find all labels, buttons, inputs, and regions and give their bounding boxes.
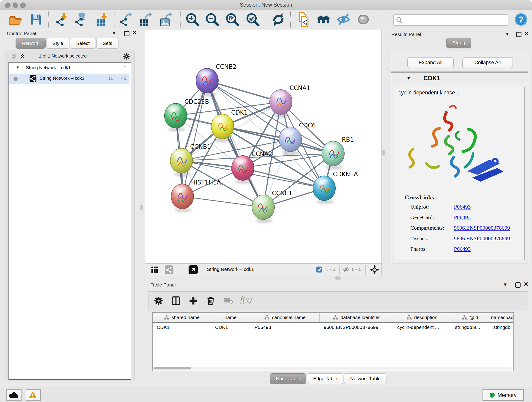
export-network-icon[interactable] (119, 12, 133, 27)
clone-network-icon[interactable] (296, 12, 311, 27)
table-panel-float-icon[interactable] (515, 282, 520, 288)
tab-network-table[interactable]: Network Table (344, 373, 387, 384)
node-label: CDKN1A (333, 171, 358, 178)
crosslink-link[interactable]: P06493 (454, 214, 471, 220)
tab-sets[interactable]: Sets (96, 38, 119, 49)
export-table-icon[interactable] (139, 12, 153, 27)
memory-button[interactable]: Memory (482, 389, 524, 401)
open-in-new-window-icon[interactable] (189, 265, 198, 274)
table-settings-gear-icon[interactable] (153, 296, 165, 307)
apply-preferred-layout-icon[interactable] (271, 12, 286, 27)
network-view-title: String Network – cdk1 (207, 267, 254, 272)
tab-network[interactable]: Network (16, 38, 46, 49)
results-buttons-box: Expand All Collapse All (391, 53, 528, 72)
table-panel-menu-icon[interactable]: ▾ (504, 282, 507, 287)
toolbar-separator (48, 12, 49, 27)
import-network-file-icon[interactable] (55, 12, 70, 27)
delete-column-trash-icon[interactable] (206, 296, 217, 307)
crosslink-link[interactable]: P06493 (454, 204, 471, 210)
column-header-name[interactable]: name (211, 313, 250, 322)
network-options-gear-icon[interactable] (123, 52, 130, 61)
delete-table-icon[interactable] (224, 296, 235, 307)
left-splitter-handle[interactable] (140, 204, 143, 211)
right-splitter-handle[interactable] (382, 150, 385, 156)
tab-select[interactable]: Select (70, 38, 96, 49)
tab-node-table[interactable]: Node Table (270, 373, 306, 384)
table-row[interactable]: CDK1CDK1P064939606.ENSP00000378699cyclin… (152, 322, 513, 332)
results-panel-menu-icon[interactable]: ▾ (506, 31, 509, 37)
network-node-CDKN1A[interactable] (313, 176, 336, 204)
tab-style[interactable]: Style (46, 38, 70, 49)
control-panel-menu-icon[interactable]: ▾ (113, 30, 115, 36)
results-panel-float-icon[interactable] (516, 32, 521, 38)
network-edge[interactable] (182, 196, 263, 207)
hide-eye-icon[interactable] (336, 12, 351, 27)
network-node-CCNB1[interactable] (170, 148, 193, 177)
table-cell[interactable]: stringdb (489, 322, 513, 332)
zoom-selected-icon[interactable] (245, 12, 260, 27)
bird-eye-navigator-icon[interactable] (370, 265, 379, 275)
selected-checkbox-icon[interactable] (317, 267, 322, 273)
export-image-icon[interactable] (159, 12, 174, 27)
table-cell[interactable]: 9606.ENSP00000378699 (320, 322, 393, 332)
column-header-namespac[interactable]: namespac (489, 313, 513, 322)
network-row[interactable]: String Network – cdk1 11 48 (9, 74, 129, 84)
table-horizontal-scrollbar[interactable] (153, 367, 512, 370)
column-header-description[interactable]: description (393, 313, 451, 322)
crosslink-link[interactable]: P06493 (454, 246, 471, 252)
network-node-RB1[interactable] (322, 141, 344, 169)
network-collection-row[interactable]: ▼ String Network – cdk1 1 (9, 63, 129, 74)
tab-edge-table[interactable]: Edge Table (307, 373, 343, 384)
cloud-status-button[interactable] (6, 389, 22, 401)
results-panel-close-icon[interactable]: ✕ (524, 31, 529, 36)
open-session-icon[interactable] (8, 12, 23, 27)
network-node-CCNE1[interactable] (252, 195, 274, 223)
home-panels-icon[interactable] (316, 12, 331, 27)
horizontal-splitter-handle[interactable] (335, 276, 341, 280)
search-input[interactable] (393, 14, 508, 26)
zoom-in-icon[interactable] (185, 12, 200, 27)
column-header-database-identifier[interactable]: database identifier (320, 313, 393, 322)
zoom-fit-content-icon[interactable] (225, 12, 240, 27)
collapse-all-button[interactable]: Collapse All (462, 57, 513, 68)
table-cell[interactable]: P06493 (250, 322, 320, 332)
import-network-database-icon[interactable] (74, 12, 89, 27)
network-node-HIST1H1A[interactable] (171, 184, 194, 212)
save-session-icon[interactable] (29, 12, 44, 27)
network-node-CCNA1[interactable] (270, 89, 292, 118)
column-header-@id[interactable]: @id (451, 313, 489, 322)
tab-string[interactable]: String (446, 38, 471, 48)
table-cell[interactable]: CDK1 (152, 322, 211, 332)
show-columns-icon[interactable] (171, 296, 182, 307)
protein-collapse-icon[interactable]: ▼ (406, 76, 411, 81)
collection-expand-icon[interactable]: ▼ (16, 65, 20, 70)
warning-status-button[interactable] (26, 389, 41, 401)
function-builder-icon[interactable]: f(x) (240, 295, 261, 306)
network-node-CCNB2[interactable] (196, 68, 218, 96)
crosslink-link[interactable]: 9606.ENSP00000378699 (454, 225, 510, 231)
table-cell[interactable]: CDK1 (211, 322, 250, 332)
crosslink-link[interactable]: 9606.ENSP00000378699 (454, 235, 510, 242)
table-panel-close-icon[interactable]: ✕ (524, 281, 529, 287)
column-header-shared-name[interactable]: shared name (152, 313, 211, 322)
network-selection-status: 1 of 1 Network selected (5, 53, 121, 59)
zoom-out-icon[interactable] (205, 12, 220, 27)
control-panel-float-icon[interactable] (124, 31, 129, 37)
node-label: CDC25B (184, 98, 209, 105)
grid-view-icon[interactable] (151, 266, 158, 274)
help-button[interactable]: ? (514, 13, 529, 27)
add-column-icon[interactable] (188, 296, 199, 307)
table-cell[interactable]: cyclin-dependent ... (393, 322, 451, 332)
expand-all-button[interactable]: Expand All (407, 57, 454, 68)
table-cell[interactable]: stringdb:9... (451, 322, 489, 332)
import-table-icon[interactable] (95, 12, 109, 27)
network-node-CDC25B[interactable] (165, 103, 187, 132)
show-eye-icon[interactable] (356, 12, 371, 27)
column-header-canonical-name[interactable]: canonical name (250, 313, 320, 322)
control-panel-close-icon[interactable]: ✕ (132, 30, 137, 36)
network-share-icon[interactable] (165, 265, 173, 274)
network-canvas[interactable]: CCNB2CCNA1CDC25BCDK1CDC6RB1CCNB1CCNA2CDK… (145, 30, 381, 263)
protein-header[interactable]: ▼ CDK1 (391, 73, 528, 85)
network-edge[interactable] (207, 81, 263, 207)
hidden-eye-slash-icon[interactable] (342, 266, 349, 274)
